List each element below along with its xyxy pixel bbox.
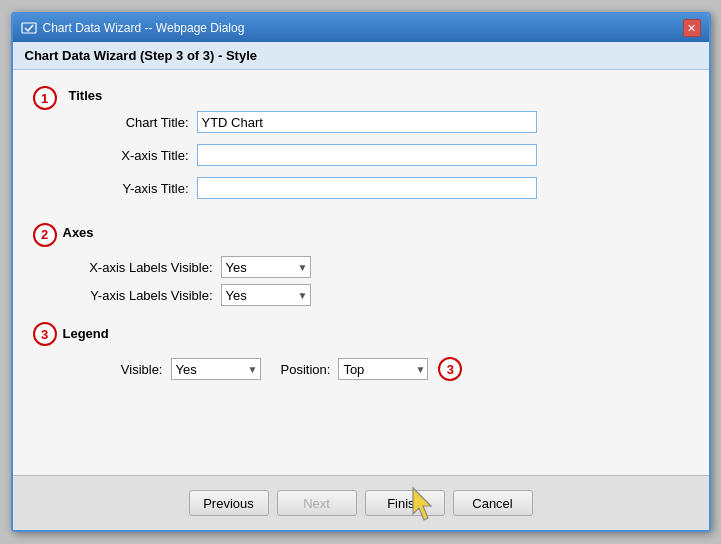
chart-title-label: Chart Title:: [69, 115, 189, 130]
svg-rect-0: [22, 23, 36, 33]
titles-section: 1 Titles Chart Title: X-axis Title: Y-ax…: [33, 84, 689, 205]
chart-title-row: Chart Title:: [69, 111, 689, 133]
x-axis-labels-label: X-axis Labels Visible:: [63, 260, 213, 275]
legend-position-select-wrapper: Top Bottom Left Right ▼: [338, 358, 428, 380]
legend-badge: 3: [33, 322, 57, 346]
x-axis-title-label: X-axis Title:: [69, 148, 189, 163]
previous-button[interactable]: Previous: [189, 490, 269, 516]
y-axis-title-label: Y-axis Title:: [69, 181, 189, 196]
y-axis-title-row: Y-axis Title:: [69, 177, 689, 199]
dialog-window: Chart Data Wizard -- Webpage Dialog ✕ Ch…: [11, 12, 711, 532]
legend-section: 3 Legend Visible: Yes No ▼ Position:: [33, 322, 689, 381]
y-axis-labels-select[interactable]: Yes No: [221, 284, 311, 306]
titles-section-title: Titles: [69, 88, 689, 103]
window-title: Chart Data Wizard -- Webpage Dialog: [43, 21, 245, 35]
y-axis-labels-select-wrapper: Yes No ▼: [221, 284, 311, 306]
step-header: Chart Data Wizard (Step 3 of 3) - Style: [13, 42, 709, 70]
content-area: 1 Titles Chart Title: X-axis Title: Y-ax…: [13, 70, 709, 475]
dialog-footer: Previous Next Finish Cancel: [13, 475, 709, 530]
title-bar-left: Chart Data Wizard -- Webpage Dialog: [21, 20, 245, 36]
legend-badge-3: 3: [438, 357, 462, 381]
window-icon: [21, 20, 37, 36]
finish-button[interactable]: Finish: [365, 490, 445, 516]
titles-form-group: Chart Title: X-axis Title: Y-axis Title:: [69, 111, 689, 205]
legend-visible-label: Visible:: [98, 362, 163, 377]
legend-visible-row: Visible: Yes No ▼ Position: Top Bottom: [98, 357, 689, 381]
x-axis-labels-select-wrapper: Yes No ▼: [221, 256, 311, 278]
close-button[interactable]: ✕: [683, 19, 701, 37]
cancel-button[interactable]: Cancel: [453, 490, 533, 516]
title-bar: Chart Data Wizard -- Webpage Dialog ✕: [13, 14, 709, 42]
x-axis-title-input[interactable]: [197, 144, 537, 166]
axes-section-title: Axes: [63, 225, 94, 240]
y-axis-labels-label: Y-axis Labels Visible:: [63, 288, 213, 303]
legend-badge-row: 3 Legend: [33, 322, 689, 349]
legend-visible-select[interactable]: Yes No: [171, 358, 261, 380]
next-button[interactable]: Next: [277, 490, 357, 516]
legend-position-select[interactable]: Top Bottom Left Right: [338, 358, 428, 380]
axes-badge: 2: [33, 223, 57, 247]
x-axis-title-row: X-axis Title:: [69, 144, 689, 166]
chart-title-input[interactable]: [197, 111, 537, 133]
axes-section: 2 Axes X-axis Labels Visible: Yes No ▼ Y…: [33, 221, 689, 306]
y-axis-title-input[interactable]: [197, 177, 537, 199]
legend-position-label: Position:: [281, 362, 331, 377]
x-axis-labels-select[interactable]: Yes No: [221, 256, 311, 278]
titles-badge: 1: [33, 86, 57, 110]
axes-badge-row: 2 Axes: [33, 221, 689, 248]
legend-visible-select-wrapper: Yes No ▼: [171, 358, 261, 380]
y-axis-labels-row: Y-axis Labels Visible: Yes No ▼: [63, 284, 689, 306]
axes-form-group: X-axis Labels Visible: Yes No ▼ Y-axis L…: [43, 256, 689, 306]
x-axis-labels-row: X-axis Labels Visible: Yes No ▼: [63, 256, 689, 278]
legend-section-title: Legend: [63, 326, 109, 341]
legend-form-group: Visible: Yes No ▼ Position: Top Bottom: [43, 357, 689, 381]
